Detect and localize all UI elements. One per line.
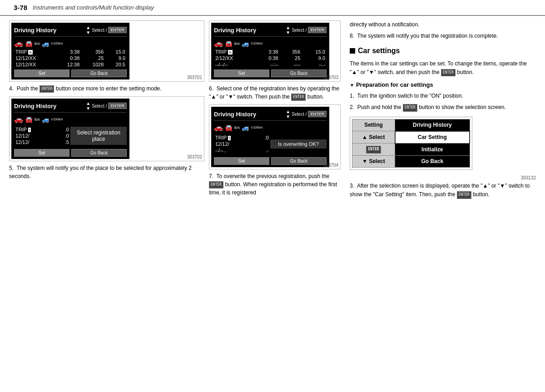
screen1-buttons: Set Go Back <box>14 69 127 77</box>
goback-button-4[interactable]: Go Back <box>271 157 327 165</box>
screen3-select-label: Select / <box>92 104 107 109</box>
set-button[interactable]: Set <box>14 69 69 77</box>
car-icon-2: 🚘 <box>225 124 233 131</box>
car-setting-option[interactable]: Car Setting <box>395 131 470 144</box>
screen2-buttons: Set Go Back <box>214 69 327 77</box>
cell-val: :0 <box>255 134 270 141</box>
car-icon-1: 🚗 <box>14 39 23 48</box>
goback-button-2[interactable]: Go Back <box>271 69 327 77</box>
screen1-block: Driving History ▲▼ Select / ENTER 🚗 🚘 km… <box>9 20 204 82</box>
page-number: 3-78 <box>14 4 27 11</box>
tri-up-icon: ▲▼ <box>86 25 90 35</box>
cell-fuel: 9.0 <box>105 55 127 61</box>
enter-key-inline3: ENTER <box>209 181 223 189</box>
driving-history-option[interactable]: Driving History <box>395 119 470 131</box>
screen2-header: Driving History ▲▼ Select / ENTER <box>214 25 327 37</box>
prep-subheading: Preparation for car settings <box>350 80 536 90</box>
car-icon-2: 🚘 <box>25 116 33 123</box>
screen2-title: Driving History <box>214 27 256 34</box>
settings-row: ▼ Select Go Back <box>352 156 470 168</box>
cell-label: 12/12/XX <box>14 55 54 61</box>
settings-row: ▲ Select Car Setting <box>352 131 470 144</box>
cell-dist: 356 <box>280 49 302 55</box>
cell-val: .0 <box>55 133 70 139</box>
cell-fuel: 9.0 <box>302 55 327 61</box>
enter-key-inline6: ENTER <box>457 191 471 199</box>
table-row: 12/12/XX 12:38 1028 20.5 <box>14 61 127 68</box>
screen4-partial-table: TRIP I :0 12/12/ --/--.. .- <box>214 134 270 154</box>
table-row: TRIP A 3:38 356 15.0 <box>214 49 327 55</box>
screen2-icons: 🚗 🚘 km 🚙 ℓ/100km <box>214 38 327 49</box>
l100km-unit: ℓ/100km <box>251 42 263 45</box>
screen3-overlay: Select registrationplace <box>70 127 127 145</box>
km-unit: km <box>35 117 40 122</box>
mid-column: Driving History ▲▼ Select / ENTER 🚗 🚘 km… <box>209 20 341 202</box>
cell-label: TRIP I <box>214 134 255 141</box>
page-header: 3-78 Instruments and controls/Multi func… <box>0 0 545 16</box>
table-row: 2/12/XX 0:38 25 9.0 <box>214 55 327 61</box>
cell-dist: 25 <box>81 55 105 61</box>
select-up-label: ▲ Select <box>352 131 395 144</box>
screen4-code: 303704 <box>323 163 338 168</box>
car-icon-3: 🚙 <box>242 124 249 131</box>
km-unit: km <box>234 41 240 46</box>
table-row: 12/12/XX 0:38 25 9.0 <box>14 55 127 61</box>
screen1-select-label: Select / <box>92 28 107 33</box>
step2: 2. Push and hold the ENTER button to sho… <box>350 103 536 112</box>
set-button-3[interactable]: Set <box>14 149 69 157</box>
cell-fuel: 15.0 <box>105 49 127 55</box>
screen3-header: Driving History ▲▼ Select / ENTER <box>14 101 127 113</box>
screen2-block: Driving History ▲▼ Select / ENTER 🚗 🚘 km… <box>209 20 341 82</box>
settings-screen-code: 303132 <box>350 174 536 182</box>
set-button-4[interactable]: Set <box>214 157 269 165</box>
cell-label: --/--/-- <box>214 61 255 68</box>
screen4-display: Driving History ▲▼ Select / ENTER 🚗 🚘 km… <box>211 107 329 167</box>
l100km-unit: ℓ/100km <box>51 118 63 121</box>
para2: 8. The system will notify you that the r… <box>350 32 536 40</box>
cell-label: 12/12/ <box>14 139 55 145</box>
set-button-2[interactable]: Set <box>214 69 269 77</box>
enter-label-cell: ENTER <box>352 144 395 156</box>
screen4-enter-btn: ENTER <box>308 111 327 117</box>
goback-button[interactable]: Go Back <box>71 69 127 77</box>
step3: 3. After the selection screen is display… <box>350 182 536 199</box>
screen3-block: Driving History ▲▼ Select / ENTER 🚗 🚘 km… <box>9 96 204 161</box>
cell-time: 12:38 <box>54 61 81 68</box>
table-row: TRIP I .0 <box>14 126 70 133</box>
goback-button-3[interactable]: Go Back <box>71 149 127 157</box>
cell-label: TRIP A <box>214 49 255 55</box>
cell-time: 3:38 <box>54 49 81 55</box>
screen2-code: 303703 <box>323 75 338 80</box>
screen4-controls: ▲▼ Select / ENTER <box>286 109 327 119</box>
the-word: the <box>431 33 439 39</box>
cell-time: 3:38 <box>255 49 280 55</box>
enter-key-inline5: ENTER <box>403 104 417 112</box>
settings-row: ENTER Initialize <box>352 144 470 156</box>
cell-val: .- <box>255 147 270 154</box>
car-icon-3: 🚙 <box>42 116 50 123</box>
screen1-table: TRIP A 3:38 356 15.0 12/12/XX 0:38 25 9.… <box>14 49 127 68</box>
km-unit: km <box>234 125 240 130</box>
cell-dist: ---- <box>280 61 302 68</box>
l100km-unit: ℓ/100km <box>251 126 263 129</box>
enter-key-inline: ENTER <box>40 85 54 93</box>
cell-label: TRIP A <box>14 49 54 55</box>
cell-time: 0:38 <box>255 55 280 61</box>
car-icon-3: 🚙 <box>242 40 249 47</box>
settings-row: Setting Driving History <box>352 119 470 131</box>
screen3-controls: ▲▼ Select / ENTER <box>86 101 127 111</box>
initialize-option[interactable]: Initialize <box>395 144 470 156</box>
left-column: Driving History ▲▼ Select / ENTER 🚗 🚘 km… <box>9 20 204 202</box>
screen3-icons: 🚗 🚘 km 🚙 ℓ/100km <box>14 114 127 124</box>
setting-label: Setting <box>352 119 395 131</box>
car-icon-1: 🚗 <box>14 115 23 124</box>
table-row: TRIP A 3:38 356 15.0 <box>14 49 127 55</box>
cell-dist: 25 <box>280 55 302 61</box>
car-icon-1: 🚗 <box>214 123 223 132</box>
cell-dist: 1028 <box>81 61 105 68</box>
screen2-display: Driving History ▲▼ Select / ENTER 🚗 🚘 km… <box>211 23 329 79</box>
goback-option[interactable]: Go Back <box>395 156 470 168</box>
screen4-icons: 🚗 🚘 km 🚙 ℓ/100km <box>214 122 327 133</box>
screen1-title: Driving History <box>14 27 56 34</box>
cell-label: TRIP I <box>14 126 55 133</box>
